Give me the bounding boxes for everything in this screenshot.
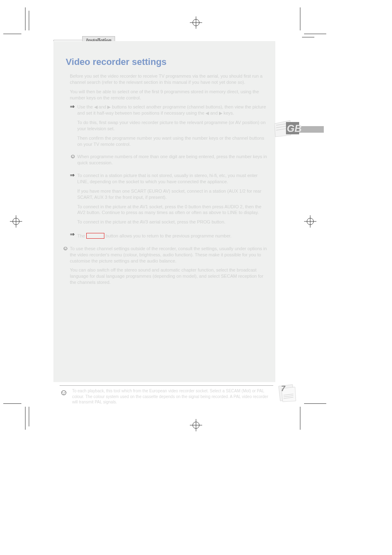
crop-mark: [304, 34, 326, 34]
crop-mark: [304, 403, 326, 404]
crop-mark: [29, 11, 29, 30]
instruction-text: Then confirm the programme number you wa…: [77, 135, 267, 147]
gb-label: GB: [287, 123, 302, 134]
footnote: ☺ To each playback, this tool which from…: [60, 385, 273, 405]
body-text: Before you set the video recorder to rec…: [70, 73, 267, 289]
tip-text: To use these channel settings outside of…: [70, 246, 267, 264]
registration-mark-icon: [190, 16, 202, 29]
smile-bullet-icon: ☺: [62, 245, 70, 251]
instruction-text: To connect in a station picture that is …: [77, 173, 267, 185]
crop-mark: [29, 407, 29, 426]
crop-mark: [3, 403, 21, 404]
arrow-bullet-icon: ⇒: [70, 104, 77, 109]
svg-text:7: 7: [281, 385, 286, 393]
crop-mark: [300, 407, 300, 430]
registration-mark-icon: [190, 419, 202, 431]
registration-mark-icon: [304, 215, 316, 228]
smile-bullet-icon: ☺: [70, 153, 77, 159]
page-number: 7: [276, 383, 297, 403]
instruction-text: To connect in the picture at the AV3 aer…: [77, 219, 267, 225]
language-tab-gb: GB: [274, 116, 324, 139]
crop-mark: [302, 37, 314, 37]
tip-text: When programme numbers of more than one …: [77, 154, 267, 166]
page-title: Video recorder settings: [66, 57, 267, 67]
arrow-bullet-icon: ⇒: [70, 231, 77, 237]
instruction-text: To do this, first swap your video record…: [77, 120, 267, 132]
intro-paragraph: You will then be able to select one of t…: [70, 89, 267, 101]
crop-mark: [3, 34, 21, 34]
tip-text: You can also switch off the stereo sound…: [70, 267, 267, 286]
page-content: Video recorder settings Before you set t…: [53, 41, 275, 382]
smile-bullet-icon: ☺: [60, 388, 68, 405]
crop-mark: [300, 7, 300, 30]
remote-button-icon: [86, 233, 104, 239]
intro-paragraph: Before you set the video recorder to rec…: [70, 73, 267, 85]
instruction-text: To connect in the picture at the AV1 soc…: [77, 204, 267, 216]
crop-mark: [25, 407, 25, 430]
instruction-text: The button allows you to return to the p…: [77, 232, 267, 239]
footnote-text: To each playback, this tool which from t…: [72, 388, 273, 405]
crop-mark: [25, 7, 25, 30]
arrow-bullet-icon: ⇒: [70, 172, 77, 178]
instruction-text: If you have more than one SCART (EURO AV…: [77, 188, 267, 200]
registration-mark-icon: [10, 215, 22, 228]
instruction-text: Use the ◀ and ▶ buttons to select anothe…: [77, 104, 267, 116]
